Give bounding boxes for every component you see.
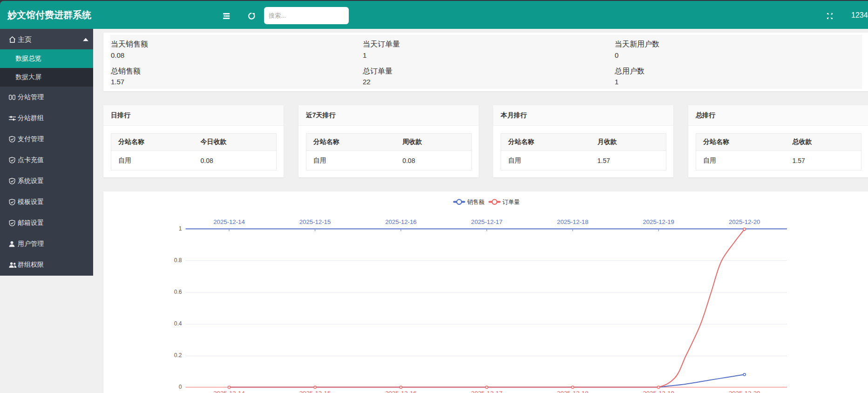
svg-text:订单量: 订单量 [502, 199, 520, 205]
svg-text:0.8: 0.8 [174, 257, 182, 264]
svg-text:0: 0 [179, 384, 182, 390]
svg-text:2025-12-14: 2025-12-14 [213, 390, 244, 393]
svg-text:2025-12-18: 2025-12-18 [557, 218, 588, 225]
svg-text:2025-12-16: 2025-12-16 [385, 218, 416, 225]
svg-text:2025-12-14: 2025-12-14 [213, 218, 244, 225]
svg-text:2025-12-15: 2025-12-15 [299, 218, 331, 225]
svg-text:2025-12-15: 2025-12-15 [299, 390, 331, 393]
svg-text:0.4: 0.4 [174, 320, 182, 327]
svg-text:2025-12-19: 2025-12-19 [643, 218, 674, 225]
svg-text:1: 1 [179, 225, 182, 232]
svg-text:2025-12-16: 2025-12-16 [385, 390, 416, 393]
svg-text:0.6: 0.6 [174, 289, 182, 295]
svg-text:0.2: 0.2 [174, 352, 182, 359]
svg-text:2025-12-20: 2025-12-20 [729, 218, 760, 225]
svg-text:销售额: 销售额 [467, 199, 485, 205]
svg-text:2025-12-19: 2025-12-19 [643, 390, 674, 393]
svg-text:2025-12-17: 2025-12-17 [471, 218, 502, 225]
svg-text:2025-12-20: 2025-12-20 [729, 390, 760, 393]
svg-text:2025-12-17: 2025-12-17 [471, 390, 502, 393]
svg-text:2025-12-18: 2025-12-18 [557, 390, 588, 393]
